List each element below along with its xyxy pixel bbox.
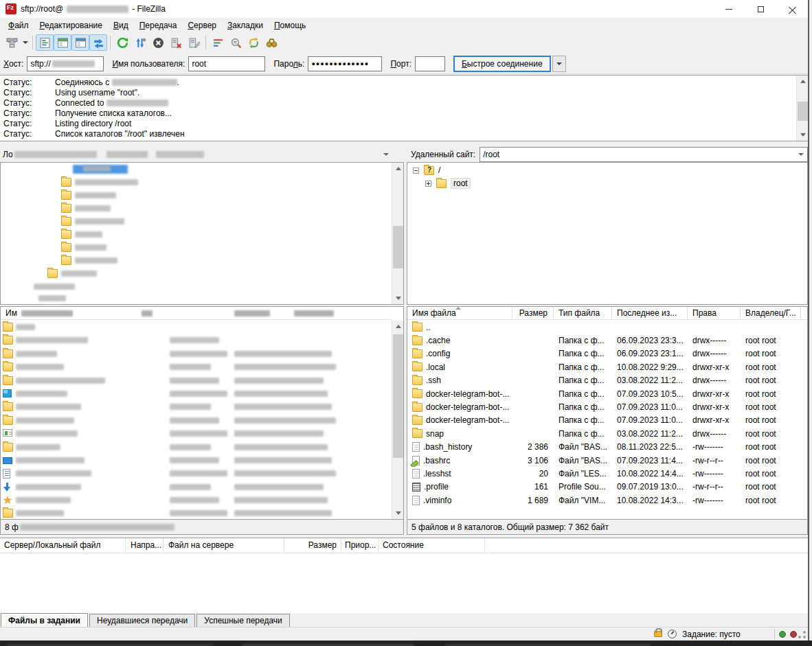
synchronized-browsing-icon xyxy=(248,37,260,49)
menu-file[interactable]: Файл xyxy=(3,19,34,32)
local-file-row[interactable] xyxy=(1,347,392,360)
directory-comparison-button[interactable] xyxy=(227,34,245,51)
menu-transfer[interactable]: Передача xyxy=(134,19,183,32)
tab-queued-files[interactable]: Файлы в задании xyxy=(1,613,88,627)
site-manager-button[interactable] xyxy=(3,34,21,51)
local-list-scrollbar[interactable] xyxy=(392,321,403,519)
queue-col-priority[interactable]: Приор... xyxy=(345,540,376,550)
local-status-partial: 8 ф xyxy=(5,522,19,532)
remote-tree-panel[interactable]: / root xyxy=(407,162,808,305)
remote-file-list[interactable]: Имя файла Размер Тип файла Последнее из.… xyxy=(407,306,808,520)
remote-file-row[interactable]: docker-telegram-bot-... Папка с ф... 07.… xyxy=(407,400,807,413)
username-input[interactable]: root xyxy=(188,56,265,71)
column-header-type[interactable]: Тип файла xyxy=(554,307,612,319)
log-scrollbar[interactable] xyxy=(796,76,808,141)
port-input[interactable] xyxy=(415,56,445,71)
maximize-button[interactable] xyxy=(745,0,776,18)
remote-file-row[interactable]: .lesshst 20 Файл "LES... 10.08.2022 14:4… xyxy=(407,467,807,480)
local-file-row[interactable] xyxy=(1,334,392,347)
message-log: Статус:Соединяюсь с . Статус:Using usern… xyxy=(0,75,808,141)
queue-col-size[interactable]: Размер xyxy=(289,540,337,550)
local-file-row[interactable] xyxy=(1,374,392,387)
column-header-permissions[interactable]: Права xyxy=(688,307,741,319)
local-site-label-partial: Ло xyxy=(3,150,13,159)
local-file-row[interactable] xyxy=(1,507,392,519)
menu-bookmarks[interactable]: Закладки xyxy=(222,19,269,32)
filter-button[interactable] xyxy=(209,34,227,51)
toggle-local-tree-button[interactable] xyxy=(54,34,71,51)
queue-col-server-local-file[interactable]: Сервер/Локальный файл xyxy=(4,540,100,550)
local-file-list[interactable]: Им xyxy=(0,306,404,520)
remote-file-row[interactable]: snap Папка с ф... 03.08.2022 11:2... drw… xyxy=(407,427,807,440)
local-file-row[interactable] xyxy=(1,467,392,480)
tab-successful-transfers[interactable]: Успешные передачи xyxy=(196,614,290,627)
local-file-row[interactable] xyxy=(1,400,392,413)
remote-file-row[interactable]: .bash_history 2 386 Файл "BAS... 08.11.2… xyxy=(407,441,807,454)
disconnect-icon xyxy=(170,37,182,49)
maximize-icon xyxy=(758,6,764,12)
disconnect-button[interactable] xyxy=(167,34,185,51)
host-input[interactable]: sftp:// xyxy=(27,56,104,71)
cancel-button[interactable] xyxy=(149,34,167,51)
column-header-modified[interactable]: Последнее из... xyxy=(612,307,688,319)
remote-file-row[interactable]: docker-telegram-bot-... Папка с ф... 07.… xyxy=(407,387,807,400)
queue-col-direction[interactable]: Напра... xyxy=(131,540,161,550)
remote-tree-root[interactable]: / xyxy=(413,165,440,175)
column-header-owner[interactable]: Владелец/Г... xyxy=(741,307,801,319)
remote-file-row[interactable]: .local Папка с ф... 10.08.2022 9:29... d… xyxy=(407,360,807,373)
taskbar-strip xyxy=(0,641,812,646)
local-site-combobox-arrow[interactable] xyxy=(383,153,389,156)
menu-server[interactable]: Сервер xyxy=(182,19,222,32)
remote-file-row[interactable]: .profile 161 Profile Sou... 09.07.2019 1… xyxy=(407,481,807,494)
local-file-row[interactable] xyxy=(1,387,392,400)
collapse-icon[interactable] xyxy=(413,168,419,174)
remote-tree-item-root[interactable]: root xyxy=(425,178,471,189)
remote-file-row[interactable]: .viminfo 1 689 Файл "VIM... 10.08.2022 1… xyxy=(407,494,807,507)
quickconnect-dropdown[interactable] xyxy=(552,56,566,72)
password-input[interactable]: ●●●●●●●●●●●●● xyxy=(308,56,382,71)
local-file-row[interactable] xyxy=(1,441,392,454)
close-button[interactable] xyxy=(776,0,808,18)
filezilla-logo-icon xyxy=(5,3,16,14)
minimize-button[interactable] xyxy=(713,0,745,18)
site-manager-dropdown[interactable] xyxy=(21,34,30,51)
local-file-row[interactable] xyxy=(1,454,392,467)
local-file-row[interactable] xyxy=(1,427,392,440)
remote-file-row[interactable]: .config Папка с ф... 06.09.2023 23:1... … xyxy=(407,347,807,360)
synchronized-browsing-button[interactable] xyxy=(245,34,262,51)
remote-file-row[interactable]: .cache Папка с ф... 06.09.2023 23:3... d… xyxy=(407,334,807,347)
local-file-row[interactable] xyxy=(1,321,392,334)
queue-col-status[interactable]: Состояние xyxy=(383,540,424,550)
toggle-remote-tree-button[interactable] xyxy=(71,34,89,51)
column-header-size[interactable]: Размер xyxy=(512,307,554,319)
reconnect-button[interactable] xyxy=(185,34,203,51)
refresh-button[interactable] xyxy=(113,34,131,51)
toggle-transfer-queue-button[interactable] xyxy=(89,34,107,51)
local-file-row[interactable] xyxy=(1,360,392,373)
remote-path-combobox[interactable]: /root xyxy=(480,147,808,162)
local-tree-scrollbar[interactable] xyxy=(392,163,403,304)
remote-file-row[interactable]: .ssh Папка с ф... 03.08.2022 11:2... drw… xyxy=(407,374,807,387)
toggle-message-log-button[interactable] xyxy=(36,34,54,51)
process-queue-icon xyxy=(135,37,146,49)
remote-file-row[interactable]: .. xyxy=(407,321,807,334)
remote-file-row[interactable]: .bashrc 3 106 Файл "BAS... 07.09.2023 11… xyxy=(407,454,807,467)
close-icon xyxy=(789,5,796,13)
local-file-row[interactable] xyxy=(1,414,392,427)
menu-view[interactable]: Вид xyxy=(108,19,134,32)
remote-file-row[interactable]: docker-telegram-bot-... Папка с ф... 07.… xyxy=(407,414,807,427)
menu-edit[interactable]: Редактирование xyxy=(34,19,108,32)
speed-limit-icon[interactable] xyxy=(668,630,677,638)
local-file-row[interactable] xyxy=(1,481,392,494)
column-header-name[interactable]: Имя файла xyxy=(407,307,512,319)
local-file-row[interactable] xyxy=(1,494,392,507)
menu-help[interactable]: Помощь xyxy=(269,19,311,32)
find-files-button[interactable] xyxy=(262,34,280,51)
local-tree-panel[interactable] xyxy=(0,162,404,305)
resize-grip[interactable] xyxy=(798,631,806,638)
queue-col-remote-file[interactable]: Файл на сервере xyxy=(168,540,234,550)
process-queue-button[interactable] xyxy=(131,34,149,51)
expand-icon[interactable] xyxy=(425,181,431,187)
quickconnect-button[interactable]: Быстрое соединение xyxy=(453,56,551,72)
tab-failed-transfers[interactable]: Неудавшиеся передачи xyxy=(89,614,195,627)
